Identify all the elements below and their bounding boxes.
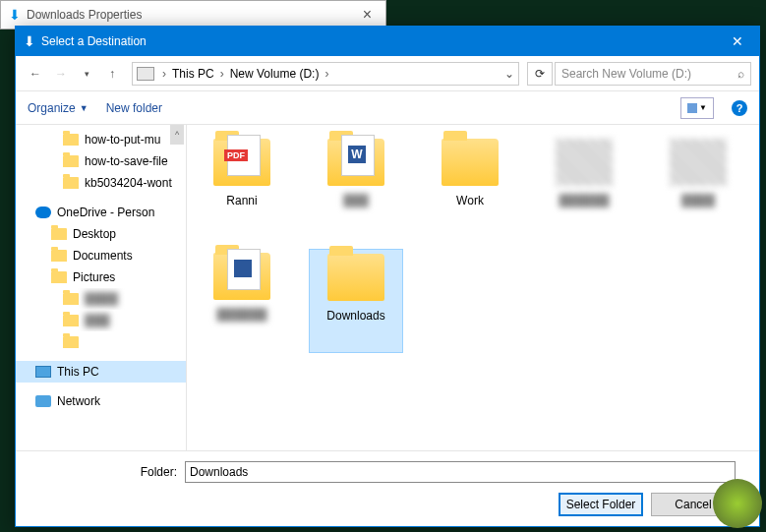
grid-item-folder[interactable]: ██████	[195, 249, 289, 353]
dialog-footer: Folder: Select Folder Cancel	[16, 450, 759, 526]
organize-menu[interactable]: Organize ▼	[28, 101, 88, 115]
folder-icon	[63, 155, 79, 167]
scroll-up-icon[interactable]: ^	[170, 125, 184, 145]
tree-item-pictures[interactable]: Pictures	[16, 266, 186, 288]
tree-item-folder[interactable]: how-to-put-mu	[16, 129, 186, 150]
command-bar: Organize ▼ New folder ▼ ?	[16, 91, 759, 125]
folder-icon	[51, 228, 67, 240]
pdf-icon	[227, 135, 261, 176]
chevron-down-icon: ▼	[80, 103, 88, 113]
tree-item-folder-obscured[interactable]: ███	[16, 310, 186, 331]
dialog-title: Select a Destination	[41, 34, 715, 48]
chevron-right-icon[interactable]: ›	[160, 67, 168, 81]
grid-item-ranni[interactable]: Ranni	[195, 135, 289, 239]
refresh-button[interactable]: ⟳	[527, 62, 553, 86]
folder-icon	[63, 336, 79, 348]
download-arrow-icon: ⬇	[9, 7, 21, 23]
back-button[interactable]: ←	[24, 62, 47, 86]
address-dropdown-icon[interactable]: ⌄	[504, 67, 514, 81]
folder-icon	[63, 315, 79, 326]
breadcrumb-drive[interactable]: New Volume (D:)	[226, 67, 324, 81]
tree-item-folder[interactable]: kb5034204-wont	[16, 172, 186, 194]
folder-field-label: Folder:	[29, 465, 177, 479]
help-button[interactable]: ?	[732, 100, 747, 116]
bg-close-button[interactable]: ×	[357, 6, 378, 24]
tree-item-folder[interactable]: how-to-save-file	[16, 150, 186, 172]
dialog-titlebar: ⬇ Select a Destination ✕	[16, 27, 759, 56]
tree-item-folder-obscured[interactable]	[16, 331, 186, 353]
grid-item-obscured[interactable]: ████	[651, 135, 745, 239]
word-icon	[227, 249, 261, 290]
folder-icon	[213, 253, 270, 300]
new-folder-button[interactable]: New folder	[106, 101, 162, 115]
grid-item-folder[interactable]: ███	[309, 135, 403, 239]
select-folder-button[interactable]: Select Folder	[559, 493, 643, 516]
word-icon	[341, 135, 375, 176]
folder-icon	[51, 250, 67, 262]
this-pc-icon	[35, 366, 51, 378]
bg-window-title: Downloads Properties	[27, 8, 357, 22]
obscured-thumbnail	[556, 139, 613, 186]
folder-icon	[442, 139, 499, 186]
grid-item-obscured[interactable]: ██████	[537, 135, 631, 239]
folder-icon	[213, 139, 270, 186]
download-arrow-icon: ⬇	[24, 33, 35, 49]
folder-content-grid[interactable]: Ranni ███ Work ██████ ████ ██████	[187, 125, 759, 450]
folder-name-input[interactable]	[185, 461, 736, 483]
desktop-background-icon	[713, 479, 762, 528]
folder-icon	[327, 139, 384, 186]
grid-item-downloads[interactable]: Downloads	[309, 249, 403, 353]
tree-item-this-pc[interactable]: This PC	[16, 361, 186, 383]
tree-item-documents[interactable]: Documents	[16, 245, 186, 266]
folder-icon	[51, 271, 67, 283]
navigation-tree[interactable]: ^ how-to-put-mu how-to-save-file kb50342…	[16, 125, 187, 450]
chevron-right-icon[interactable]: ›	[323, 67, 330, 81]
folder-icon	[63, 134, 79, 146]
select-destination-dialog: ⬇ Select a Destination ✕ ← → ▾ ↑ › This …	[15, 26, 760, 527]
dialog-close-button[interactable]: ✕	[715, 27, 759, 56]
up-button[interactable]: ↑	[100, 62, 124, 86]
obscured-thumbnail	[670, 139, 727, 186]
drive-icon	[137, 67, 154, 81]
folder-icon	[63, 177, 79, 189]
chevron-right-icon[interactable]: ›	[218, 67, 226, 81]
breadcrumb-this-pc[interactable]: This PC	[168, 67, 218, 81]
tree-item-onedrive[interactable]: OneDrive - Person	[16, 202, 186, 223]
tree-item-desktop[interactable]: Desktop	[16, 223, 186, 245]
tree-item-network[interactable]: Network	[16, 390, 186, 412]
grid-item-work[interactable]: Work	[423, 135, 517, 239]
folder-icon	[327, 254, 384, 301]
navigation-bar: ← → ▾ ↑ › This PC › New Volume (D:) › ⌄ …	[16, 56, 759, 91]
search-icon[interactable]: ⌕	[737, 67, 744, 81]
view-icon	[687, 103, 697, 113]
forward-button: →	[49, 62, 73, 86]
folder-icon	[63, 293, 79, 305]
search-box[interactable]: Search New Volume (D:) ⌕	[555, 62, 751, 86]
tree-item-folder-obscured[interactable]: ████	[16, 288, 186, 310]
onedrive-icon	[35, 207, 51, 218]
address-bar[interactable]: › This PC › New Volume (D:) › ⌄	[132, 62, 519, 86]
recent-dropdown[interactable]: ▾	[75, 62, 98, 86]
search-placeholder: Search New Volume (D:)	[561, 67, 691, 81]
chevron-down-icon: ▼	[699, 103, 707, 112]
network-icon	[35, 395, 51, 407]
view-options-button[interactable]: ▼	[680, 97, 714, 119]
